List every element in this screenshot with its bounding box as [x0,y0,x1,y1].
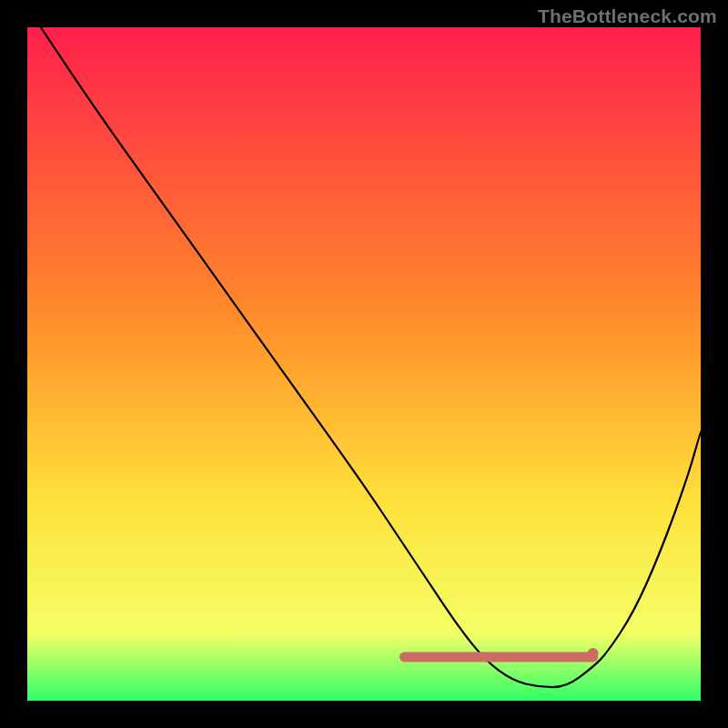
chart-background [27,27,701,701]
plateau-endpoint-dot [588,648,599,659]
bottleneck-chart [27,27,701,701]
watermark-text: TheBottleneck.com [538,5,717,27]
chart-frame [27,27,701,701]
